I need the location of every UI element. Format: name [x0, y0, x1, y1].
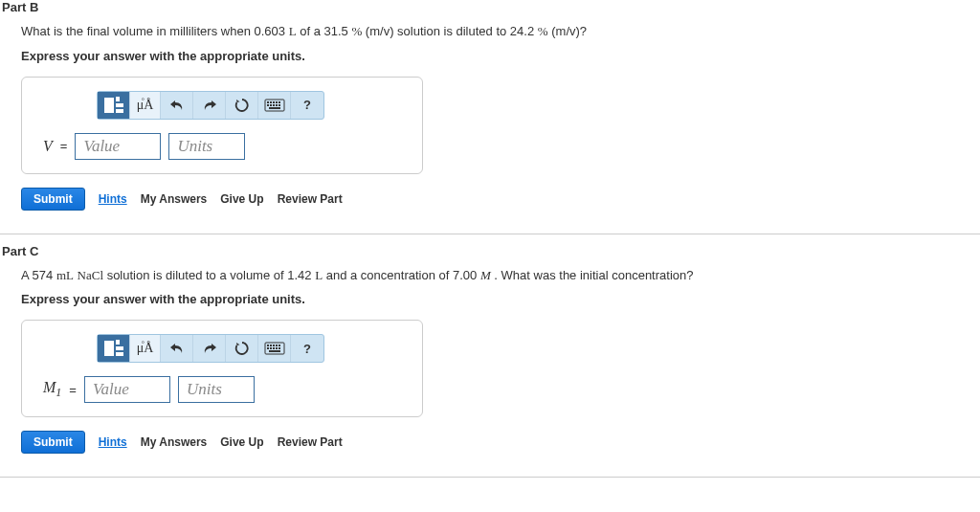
special-chars-button[interactable]: °μÅ — [130, 335, 161, 362]
reset-button[interactable] — [226, 335, 258, 362]
variable-label-v: V — [43, 138, 53, 155]
part-c-answer-box: °μÅ ? M1 = Value Units — [21, 320, 423, 417]
svg-rect-26 — [267, 347, 269, 349]
svg-rect-0 — [104, 98, 114, 113]
redo-button[interactable] — [193, 92, 226, 119]
review-part-link[interactable]: Review Part — [278, 435, 343, 449]
part-b-instruction: Express your answer with the appropriate… — [21, 49, 980, 63]
reset-button[interactable] — [226, 92, 258, 119]
svg-rect-27 — [270, 347, 272, 349]
svg-rect-15 — [269, 107, 280, 109]
svg-rect-25 — [278, 345, 280, 346]
hints-link[interactable]: Hints — [99, 192, 127, 206]
compound-nacl: NaCl — [78, 268, 103, 282]
percent: % — [351, 24, 362, 38]
part-c-body: A 574 mL NaCl solution is diluted to a v… — [0, 266, 980, 464]
redo-button[interactable] — [193, 335, 226, 362]
svg-rect-29 — [276, 347, 278, 349]
part-b-toolbar: °μÅ ? — [97, 91, 324, 120]
my-answers-link[interactable]: My Answers — [141, 192, 208, 206]
unit-mL: mL — [56, 268, 74, 282]
keyboard-icon — [264, 99, 285, 112]
svg-rect-24 — [276, 345, 278, 346]
units-input[interactable]: Units — [178, 376, 255, 403]
part-b-header: Part B — [0, 0, 980, 18]
unit-M: M — [480, 268, 491, 282]
svg-rect-7 — [273, 101, 275, 103]
svg-rect-12 — [273, 104, 275, 106]
templates-icon — [102, 339, 125, 358]
svg-rect-23 — [273, 345, 275, 346]
reset-icon — [234, 341, 250, 356]
undo-button[interactable] — [161, 335, 193, 362]
part-b-actions: Submit Hints My Answers Give Up Review P… — [21, 188, 980, 211]
q-text: (m/v)? — [548, 24, 587, 38]
svg-rect-14 — [278, 104, 280, 106]
give-up-link[interactable]: Give Up — [220, 435, 263, 449]
q-text: . What was the initial concentration? — [491, 268, 694, 282]
reset-icon — [234, 98, 250, 113]
svg-rect-22 — [270, 345, 272, 346]
templates-button[interactable] — [98, 335, 130, 362]
redo-icon — [202, 99, 217, 112]
svg-rect-19 — [116, 352, 123, 356]
give-up-link[interactable]: Give Up — [220, 192, 263, 206]
templates-button[interactable] — [98, 92, 130, 119]
submit-button[interactable]: Submit — [21, 431, 85, 454]
unit-L: L — [315, 268, 323, 282]
q-text: What is the final volume in milliliters … — [21, 24, 289, 38]
part-c-question: A 574 mL NaCl solution is diluted to a v… — [21, 266, 980, 285]
svg-rect-30 — [278, 347, 280, 349]
part-c-toolbar: °μÅ ? — [97, 334, 324, 363]
keyboard-button[interactable] — [258, 92, 291, 119]
special-chars-label: °μÅ — [137, 341, 154, 356]
q-text: and a concentration of 7.00 — [323, 268, 480, 282]
q-text: A 574 — [21, 268, 56, 282]
part-c-actions: Submit Hints My Answers Give Up Review P… — [21, 431, 980, 454]
value-input[interactable]: Value — [75, 133, 161, 160]
q-text: of a 31.5 — [297, 24, 352, 38]
svg-rect-13 — [276, 104, 278, 106]
svg-rect-3 — [116, 109, 123, 113]
equals: = — [69, 383, 77, 397]
q-text: (m/v) solution is diluted to 24.2 — [362, 24, 538, 38]
svg-rect-1 — [116, 97, 120, 101]
redo-icon — [202, 342, 217, 355]
review-part-link[interactable]: Review Part — [278, 192, 343, 206]
variable-label-m1: M1 — [43, 379, 61, 400]
separator — [0, 234, 980, 234]
svg-rect-10 — [267, 104, 269, 106]
keyboard-icon — [264, 342, 285, 355]
undo-icon — [169, 99, 185, 112]
equals: = — [60, 139, 68, 153]
separator — [0, 477, 980, 478]
part-b-question: What is the final volume in milliliters … — [21, 22, 980, 41]
svg-rect-11 — [270, 104, 272, 106]
part-b-input-row: V = Value Units — [43, 133, 405, 160]
svg-rect-5 — [267, 101, 269, 103]
part-b-answer-box: °μÅ ? V = Value Units — [21, 77, 423, 174]
special-chars-label: °μÅ — [137, 98, 154, 113]
help-button[interactable]: ? — [291, 335, 323, 362]
svg-rect-21 — [267, 345, 269, 346]
svg-rect-31 — [269, 350, 280, 352]
my-answers-link[interactable]: My Answers — [141, 435, 208, 449]
units-input[interactable]: Units — [168, 133, 245, 160]
submit-button[interactable]: Submit — [21, 188, 85, 211]
part-c-header: Part C — [0, 244, 980, 262]
svg-rect-6 — [270, 101, 272, 103]
help-button[interactable]: ? — [291, 92, 323, 119]
svg-rect-18 — [116, 346, 123, 350]
special-chars-button[interactable]: °μÅ — [130, 92, 161, 119]
keyboard-button[interactable] — [258, 335, 291, 362]
undo-icon — [169, 342, 185, 355]
unit-L: L — [289, 24, 297, 38]
value-input[interactable]: Value — [84, 376, 170, 403]
part-c-instruction: Express your answer with the appropriate… — [21, 292, 980, 306]
svg-rect-16 — [104, 341, 114, 356]
hints-link[interactable]: Hints — [99, 435, 127, 449]
part-c-input-row: M1 = Value Units — [43, 376, 405, 403]
q-text: solution is diluted to a volume of 1.42 — [103, 268, 315, 282]
undo-button[interactable] — [161, 92, 193, 119]
svg-rect-17 — [116, 340, 120, 345]
